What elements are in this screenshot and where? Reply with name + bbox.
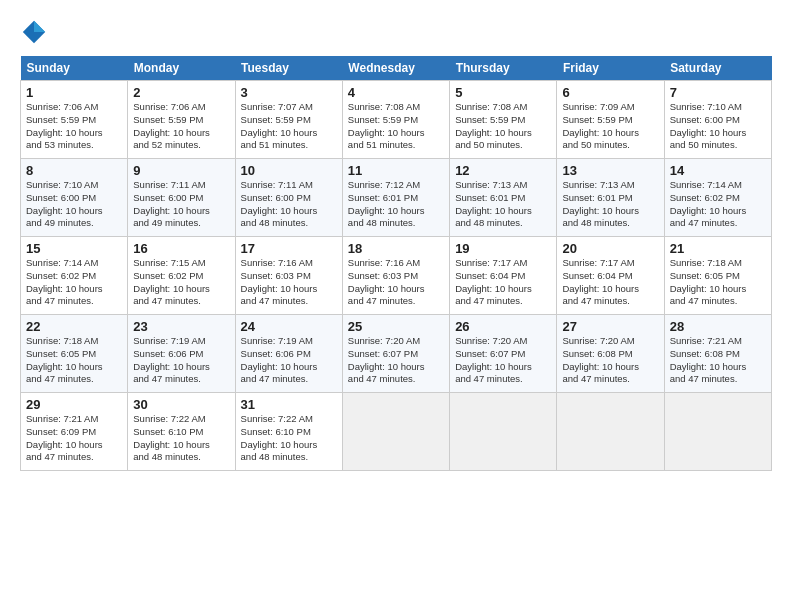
week-row-2: 8Sunrise: 7:10 AM Sunset: 6:00 PM Daylig… bbox=[21, 159, 772, 237]
day-info: Sunrise: 7:17 AM Sunset: 6:04 PM Dayligh… bbox=[455, 257, 551, 308]
day-info: Sunrise: 7:16 AM Sunset: 6:03 PM Dayligh… bbox=[348, 257, 444, 308]
day-cell: 23Sunrise: 7:19 AM Sunset: 6:06 PM Dayli… bbox=[128, 315, 235, 393]
logo bbox=[20, 18, 52, 46]
day-info: Sunrise: 7:19 AM Sunset: 6:06 PM Dayligh… bbox=[133, 335, 229, 386]
svg-marker-1 bbox=[34, 21, 45, 32]
week-row-5: 29Sunrise: 7:21 AM Sunset: 6:09 PM Dayli… bbox=[21, 393, 772, 471]
day-cell: 13Sunrise: 7:13 AM Sunset: 6:01 PM Dayli… bbox=[557, 159, 664, 237]
day-info: Sunrise: 7:13 AM Sunset: 6:01 PM Dayligh… bbox=[455, 179, 551, 230]
day-info: Sunrise: 7:08 AM Sunset: 5:59 PM Dayligh… bbox=[348, 101, 444, 152]
day-info: Sunrise: 7:22 AM Sunset: 6:10 PM Dayligh… bbox=[133, 413, 229, 464]
day-cell: 18Sunrise: 7:16 AM Sunset: 6:03 PM Dayli… bbox=[342, 237, 449, 315]
day-info: Sunrise: 7:13 AM Sunset: 6:01 PM Dayligh… bbox=[562, 179, 658, 230]
day-number: 18 bbox=[348, 241, 444, 256]
day-cell bbox=[342, 393, 449, 471]
day-info: Sunrise: 7:20 AM Sunset: 6:07 PM Dayligh… bbox=[348, 335, 444, 386]
day-number: 2 bbox=[133, 85, 229, 100]
day-number: 10 bbox=[241, 163, 337, 178]
day-number: 30 bbox=[133, 397, 229, 412]
day-cell: 15Sunrise: 7:14 AM Sunset: 6:02 PM Dayli… bbox=[21, 237, 128, 315]
day-cell bbox=[450, 393, 557, 471]
day-number: 31 bbox=[241, 397, 337, 412]
col-header-wednesday: Wednesday bbox=[342, 56, 449, 81]
day-info: Sunrise: 7:06 AM Sunset: 5:59 PM Dayligh… bbox=[26, 101, 122, 152]
day-cell: 19Sunrise: 7:17 AM Sunset: 6:04 PM Dayli… bbox=[450, 237, 557, 315]
col-header-monday: Monday bbox=[128, 56, 235, 81]
day-cell: 17Sunrise: 7:16 AM Sunset: 6:03 PM Dayli… bbox=[235, 237, 342, 315]
col-header-friday: Friday bbox=[557, 56, 664, 81]
day-cell: 26Sunrise: 7:20 AM Sunset: 6:07 PM Dayli… bbox=[450, 315, 557, 393]
day-cell: 12Sunrise: 7:13 AM Sunset: 6:01 PM Dayli… bbox=[450, 159, 557, 237]
day-number: 21 bbox=[670, 241, 766, 256]
day-info: Sunrise: 7:11 AM Sunset: 6:00 PM Dayligh… bbox=[133, 179, 229, 230]
day-info: Sunrise: 7:21 AM Sunset: 6:09 PM Dayligh… bbox=[26, 413, 122, 464]
day-cell: 29Sunrise: 7:21 AM Sunset: 6:09 PM Dayli… bbox=[21, 393, 128, 471]
calendar-table: SundayMondayTuesdayWednesdayThursdayFrid… bbox=[20, 56, 772, 471]
day-number: 4 bbox=[348, 85, 444, 100]
day-number: 12 bbox=[455, 163, 551, 178]
day-number: 26 bbox=[455, 319, 551, 334]
day-number: 6 bbox=[562, 85, 658, 100]
page: SundayMondayTuesdayWednesdayThursdayFrid… bbox=[0, 0, 792, 481]
col-header-tuesday: Tuesday bbox=[235, 56, 342, 81]
day-cell: 4Sunrise: 7:08 AM Sunset: 5:59 PM Daylig… bbox=[342, 81, 449, 159]
day-cell bbox=[664, 393, 771, 471]
day-info: Sunrise: 7:20 AM Sunset: 6:08 PM Dayligh… bbox=[562, 335, 658, 386]
week-row-1: 1Sunrise: 7:06 AM Sunset: 5:59 PM Daylig… bbox=[21, 81, 772, 159]
week-row-4: 22Sunrise: 7:18 AM Sunset: 6:05 PM Dayli… bbox=[21, 315, 772, 393]
day-number: 16 bbox=[133, 241, 229, 256]
day-info: Sunrise: 7:18 AM Sunset: 6:05 PM Dayligh… bbox=[26, 335, 122, 386]
day-info: Sunrise: 7:20 AM Sunset: 6:07 PM Dayligh… bbox=[455, 335, 551, 386]
logo-icon bbox=[20, 18, 48, 46]
day-number: 5 bbox=[455, 85, 551, 100]
day-info: Sunrise: 7:14 AM Sunset: 6:02 PM Dayligh… bbox=[26, 257, 122, 308]
day-info: Sunrise: 7:09 AM Sunset: 5:59 PM Dayligh… bbox=[562, 101, 658, 152]
day-info: Sunrise: 7:15 AM Sunset: 6:02 PM Dayligh… bbox=[133, 257, 229, 308]
day-cell: 27Sunrise: 7:20 AM Sunset: 6:08 PM Dayli… bbox=[557, 315, 664, 393]
day-number: 3 bbox=[241, 85, 337, 100]
day-info: Sunrise: 7:19 AM Sunset: 6:06 PM Dayligh… bbox=[241, 335, 337, 386]
day-number: 29 bbox=[26, 397, 122, 412]
day-cell: 10Sunrise: 7:11 AM Sunset: 6:00 PM Dayli… bbox=[235, 159, 342, 237]
col-header-thursday: Thursday bbox=[450, 56, 557, 81]
day-number: 22 bbox=[26, 319, 122, 334]
day-number: 8 bbox=[26, 163, 122, 178]
day-info: Sunrise: 7:18 AM Sunset: 6:05 PM Dayligh… bbox=[670, 257, 766, 308]
header-row: SundayMondayTuesdayWednesdayThursdayFrid… bbox=[21, 56, 772, 81]
day-info: Sunrise: 7:14 AM Sunset: 6:02 PM Dayligh… bbox=[670, 179, 766, 230]
day-number: 14 bbox=[670, 163, 766, 178]
day-cell: 30Sunrise: 7:22 AM Sunset: 6:10 PM Dayli… bbox=[128, 393, 235, 471]
day-cell: 2Sunrise: 7:06 AM Sunset: 5:59 PM Daylig… bbox=[128, 81, 235, 159]
day-cell: 24Sunrise: 7:19 AM Sunset: 6:06 PM Dayli… bbox=[235, 315, 342, 393]
day-number: 11 bbox=[348, 163, 444, 178]
day-number: 20 bbox=[562, 241, 658, 256]
day-info: Sunrise: 7:21 AM Sunset: 6:08 PM Dayligh… bbox=[670, 335, 766, 386]
day-info: Sunrise: 7:10 AM Sunset: 6:00 PM Dayligh… bbox=[670, 101, 766, 152]
day-cell: 21Sunrise: 7:18 AM Sunset: 6:05 PM Dayli… bbox=[664, 237, 771, 315]
day-cell: 5Sunrise: 7:08 AM Sunset: 5:59 PM Daylig… bbox=[450, 81, 557, 159]
day-cell: 1Sunrise: 7:06 AM Sunset: 5:59 PM Daylig… bbox=[21, 81, 128, 159]
col-header-sunday: Sunday bbox=[21, 56, 128, 81]
day-info: Sunrise: 7:22 AM Sunset: 6:10 PM Dayligh… bbox=[241, 413, 337, 464]
day-cell: 14Sunrise: 7:14 AM Sunset: 6:02 PM Dayli… bbox=[664, 159, 771, 237]
day-cell: 31Sunrise: 7:22 AM Sunset: 6:10 PM Dayli… bbox=[235, 393, 342, 471]
header bbox=[20, 18, 772, 46]
day-info: Sunrise: 7:06 AM Sunset: 5:59 PM Dayligh… bbox=[133, 101, 229, 152]
day-number: 1 bbox=[26, 85, 122, 100]
day-info: Sunrise: 7:16 AM Sunset: 6:03 PM Dayligh… bbox=[241, 257, 337, 308]
day-number: 24 bbox=[241, 319, 337, 334]
day-cell: 28Sunrise: 7:21 AM Sunset: 6:08 PM Dayli… bbox=[664, 315, 771, 393]
day-info: Sunrise: 7:08 AM Sunset: 5:59 PM Dayligh… bbox=[455, 101, 551, 152]
day-number: 17 bbox=[241, 241, 337, 256]
day-info: Sunrise: 7:12 AM Sunset: 6:01 PM Dayligh… bbox=[348, 179, 444, 230]
day-cell: 8Sunrise: 7:10 AM Sunset: 6:00 PM Daylig… bbox=[21, 159, 128, 237]
day-number: 15 bbox=[26, 241, 122, 256]
day-cell: 16Sunrise: 7:15 AM Sunset: 6:02 PM Dayli… bbox=[128, 237, 235, 315]
day-number: 19 bbox=[455, 241, 551, 256]
week-row-3: 15Sunrise: 7:14 AM Sunset: 6:02 PM Dayli… bbox=[21, 237, 772, 315]
day-info: Sunrise: 7:17 AM Sunset: 6:04 PM Dayligh… bbox=[562, 257, 658, 308]
day-number: 23 bbox=[133, 319, 229, 334]
day-cell: 20Sunrise: 7:17 AM Sunset: 6:04 PM Dayli… bbox=[557, 237, 664, 315]
day-cell: 9Sunrise: 7:11 AM Sunset: 6:00 PM Daylig… bbox=[128, 159, 235, 237]
day-cell: 25Sunrise: 7:20 AM Sunset: 6:07 PM Dayli… bbox=[342, 315, 449, 393]
